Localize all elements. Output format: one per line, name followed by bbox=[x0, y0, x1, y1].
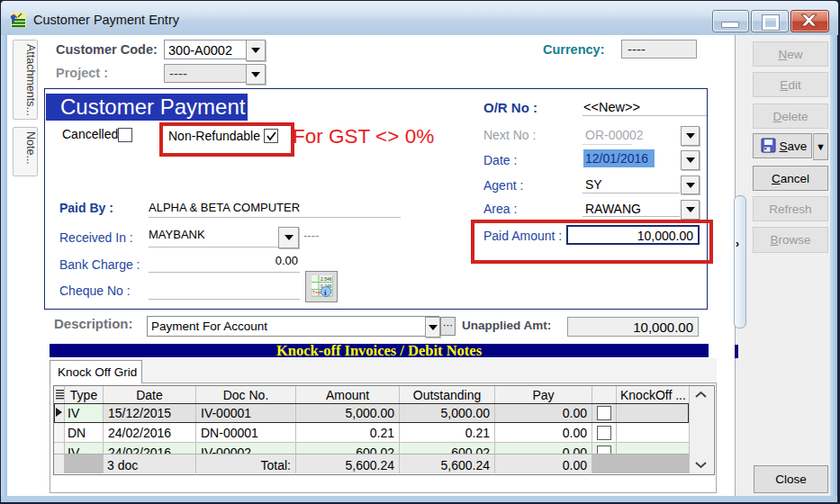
svg-text:T=A: T=A bbox=[312, 290, 321, 295]
svg-text:2.546: 2.546 bbox=[321, 276, 332, 282]
